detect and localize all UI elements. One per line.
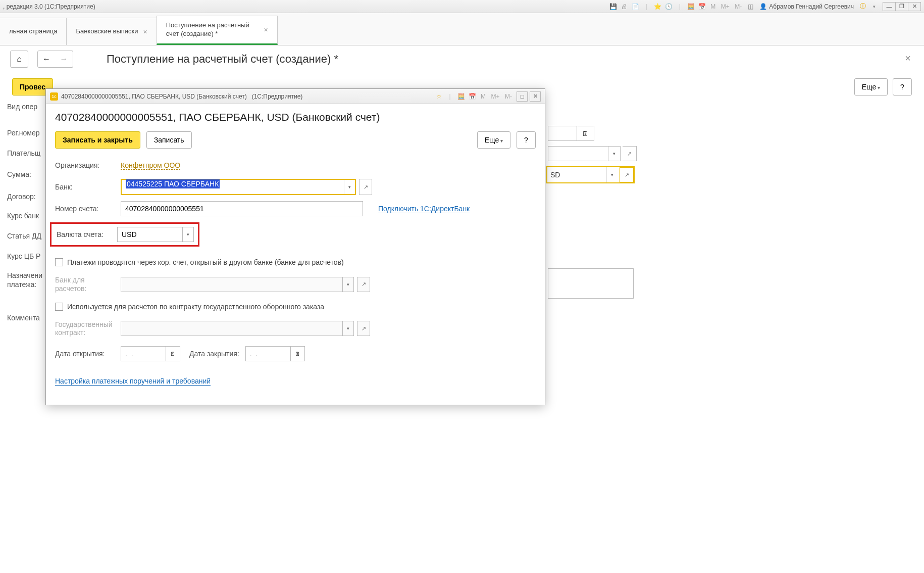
titlebar-toolbar: 💾 🖨 📄 | ⭐ 🕓 | 🧮 📅 M M+ M- ◫ 👤 Абрамов Ге…	[608, 2, 879, 11]
minimize-button[interactable]: —	[883, 2, 896, 11]
label-cb-rate: Курс ЦБ Р	[7, 252, 40, 260]
dialog-titlebar: 1c 40702840000000005551, ПАО СБЕРБАНК, U…	[46, 89, 545, 104]
calculator-icon[interactable]: 🧮	[456, 92, 466, 101]
row-bank: Банк: 044525225 ПАО СБЕРБАНК ▾ ↗	[55, 179, 536, 195]
corr-account-label: Платежи проводятся через кор. счет, откр…	[67, 258, 344, 266]
dialog-close-button[interactable]: ✕	[530, 91, 541, 102]
save-button[interactable]: Записать	[146, 131, 192, 149]
gov-contract-checkbox[interactable]	[55, 303, 63, 311]
help-button[interactable]: ?	[893, 78, 912, 96]
bank-open-button[interactable]: ↗	[359, 179, 372, 195]
row-gov-checkbox: Используется для расчетов по контракту г…	[55, 299, 536, 314]
payment-settings-link[interactable]: Настройка платежных поручений и требован…	[55, 377, 211, 386]
bg-purpose-textarea[interactable]	[548, 268, 634, 299]
m-button[interactable]: M	[708, 2, 718, 11]
gov-contract-dropdown: ▾	[343, 321, 354, 336]
m-plus-button[interactable]: M+	[489, 92, 501, 101]
row-account-number: Номер счета: Подключить 1С:ДиректБанк	[55, 201, 536, 216]
help-button[interactable]: ?	[517, 131, 536, 149]
bank-input[interactable]: 044525225 ПАО СБЕРБАНК	[122, 180, 344, 194]
m-plus-button[interactable]: M+	[719, 2, 731, 11]
corr-account-checkbox[interactable]	[55, 258, 63, 266]
bank-dropdown-button[interactable]: ▾	[344, 180, 355, 194]
more-button[interactable]: Еще	[854, 78, 888, 96]
row-gov-contract: Государственный контракт: ▾ ↗	[55, 320, 536, 338]
history-icon[interactable]: 🕓	[663, 2, 674, 11]
favorite-icon[interactable]: ☆	[434, 92, 444, 101]
dropdown-button[interactable]: ▾	[606, 167, 618, 182]
calendar-icon[interactable]: 📅	[467, 92, 477, 101]
label-close-date: Дата закрытия:	[189, 350, 239, 358]
calculator-icon[interactable]: 🧮	[686, 2, 696, 11]
label-gov-contract: Государственный контракт:	[55, 320, 121, 338]
app-icon: 1c	[50, 92, 58, 101]
bg-payer-input[interactable]	[548, 146, 608, 161]
info-icon[interactable]: ⓘ	[858, 2, 868, 11]
save-icon[interactable]: 💾	[608, 2, 618, 11]
print-icon[interactable]: 🖨	[619, 2, 629, 11]
bg-date-input[interactable]	[548, 126, 577, 141]
user-info[interactable]: 👤 Абрамов Геннадий Сергеевич	[756, 3, 857, 10]
value-organization[interactable]: Конфетпром ООО	[121, 161, 180, 170]
main-more-help: Еще ?	[854, 78, 912, 96]
open-date-calendar-button[interactable]: 🗓	[166, 346, 180, 361]
home-button[interactable]: ⌂	[10, 51, 28, 68]
dropdown-button[interactable]: ▾	[608, 146, 621, 161]
label-purpose-2: платежа:	[7, 280, 36, 289]
open-date-input[interactable]	[121, 346, 166, 361]
directbank-link[interactable]: Подключить 1С:ДиректБанк	[378, 205, 470, 213]
window-controls: — ❐ ✕	[883, 2, 921, 11]
open-button[interactable]: ↗	[623, 146, 637, 161]
app-title: , редакция 3.0 (1С:Предприятие)	[3, 3, 608, 10]
row-settlement-bank: Банк для расчетов: ▾ ↗	[55, 276, 536, 293]
dialog-button-row: Записать и закрыть Записать Еще ?	[55, 131, 536, 149]
bank-value-selected: 044525225 ПАО СБЕРБАНК	[126, 179, 220, 188]
panels-icon[interactable]: ◫	[745, 2, 755, 11]
label-account-number: Номер счета:	[55, 205, 121, 213]
bg-account-field[interactable]: SD ▾ ↗	[546, 166, 635, 183]
tab-start-page[interactable]: льная страница	[0, 18, 67, 45]
tab-strip: льная страница Банковские выписки × Пост…	[0, 13, 924, 45]
label-operation-type: Вид опер	[7, 103, 37, 111]
row-corr-checkbox: Платежи проводятся через кор. счет, откр…	[55, 255, 536, 270]
open-button[interactable]: ↗	[620, 167, 634, 182]
page-close-icon[interactable]: ×	[901, 51, 915, 66]
maximize-button[interactable]: ❐	[895, 2, 908, 11]
user-name: Абрамов Геннадий Сергеевич	[769, 3, 854, 10]
user-icon: 👤	[759, 3, 767, 10]
dialog-maximize-button[interactable]: □	[517, 91, 528, 102]
favorite-icon[interactable]: ⭐	[652, 2, 662, 11]
forward-button[interactable]: →	[55, 51, 73, 68]
close-date-calendar-button[interactable]: 🗓	[291, 346, 305, 361]
account-number-input[interactable]	[121, 201, 363, 216]
dropdown-icon[interactable]: ▾	[869, 2, 879, 11]
page-header: ⌂ ← → Поступление на расчетный счет (соз…	[0, 45, 924, 71]
bank-field-highlight: 044525225 ПАО СБЕРБАНК ▾	[121, 179, 356, 195]
m-minus-button[interactable]: M-	[732, 2, 744, 11]
bg-account-value: SD	[547, 171, 560, 179]
save-close-button[interactable]: Записать и закрыть	[55, 131, 140, 149]
tab-bank-statements[interactable]: Банковские выписки ×	[66, 18, 157, 45]
tab-incoming-payment[interactable]: Поступление на расчетный счет (создание)…	[157, 16, 278, 45]
calendar-icon[interactable]: 📅	[697, 2, 707, 11]
currency-dropdown-button[interactable]: ▾	[183, 227, 194, 242]
row-settings-link: Настройка платежных поручений и требован…	[55, 373, 536, 389]
divider-icon: |	[445, 92, 455, 101]
row-dates: Дата открытия: 🗓 Дата закрытия: 🗓	[55, 346, 536, 361]
tab-close-icon[interactable]: ×	[143, 28, 147, 36]
tab-close-icon[interactable]: ×	[264, 26, 268, 34]
tab-label: Банковские выписки	[76, 27, 138, 36]
m-minus-button[interactable]: M-	[502, 92, 515, 101]
close-button[interactable]: ✕	[908, 2, 921, 11]
m-button[interactable]: M	[478, 92, 488, 101]
close-date-input[interactable]	[245, 346, 291, 361]
label-amount: Сумма:	[7, 170, 31, 178]
back-button[interactable]: ←	[37, 51, 56, 68]
more-button[interactable]: Еще	[477, 131, 510, 149]
row-currency: Валюта счета: ▾	[55, 222, 536, 247]
doc-icon[interactable]: 📄	[630, 2, 640, 11]
page-title: Поступление на расчетный счет (создание)…	[107, 53, 338, 66]
label-bank: Банк:	[55, 183, 121, 191]
calendar-button[interactable]: 🗓	[577, 126, 594, 141]
currency-input[interactable]	[117, 227, 183, 242]
